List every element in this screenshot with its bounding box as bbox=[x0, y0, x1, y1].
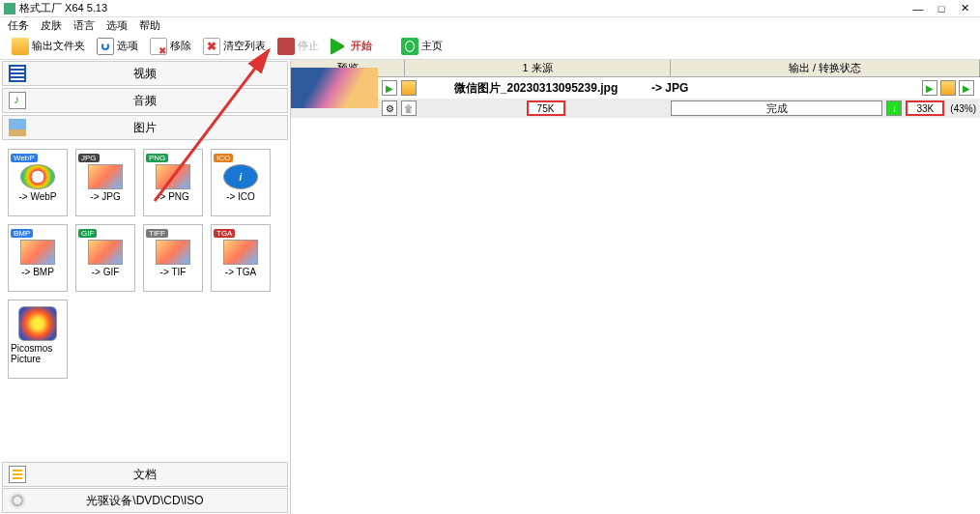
window-title: 格式工厂 X64 5.13 bbox=[19, 1, 907, 15]
col-output[interactable]: 输出 / 转换状态 bbox=[671, 60, 980, 76]
output-play2-button[interactable]: ▶ bbox=[959, 80, 974, 96]
play-icon bbox=[331, 38, 348, 55]
start-button[interactable]: 开始 bbox=[327, 36, 376, 57]
format-tile-jpg[interactable]: JPG-> JPG bbox=[75, 149, 135, 216]
delete-task-button[interactable]: 🗑 bbox=[401, 100, 417, 116]
category-video-label: 视频 bbox=[133, 66, 157, 82]
category-optical[interactable]: 光驱设备\DVD\CD\ISO bbox=[2, 488, 288, 513]
menu-help[interactable]: 帮助 bbox=[139, 18, 160, 33]
format-tile-tif[interactable]: TIFF-> TIF bbox=[143, 224, 203, 292]
format-label: -> TGA bbox=[225, 267, 256, 277]
clear-icon: ✖ bbox=[203, 38, 220, 55]
menu-language[interactable]: 语言 bbox=[73, 18, 95, 33]
format-tile-gif[interactable]: GIF-> GIF bbox=[75, 224, 135, 292]
titlebar: 格式工厂 X64 5.13 — □ ✕ bbox=[0, 0, 980, 17]
options-label: 选项 bbox=[117, 39, 138, 53]
format-badge: TGA bbox=[214, 229, 235, 238]
col-source[interactable]: 1 来源 bbox=[405, 60, 671, 76]
format-thumb bbox=[88, 240, 123, 265]
options-button[interactable]: 选项 bbox=[93, 36, 142, 57]
folder-icon bbox=[12, 38, 29, 55]
output-play-button[interactable]: ▶ bbox=[922, 80, 937, 96]
format-tile-ico[interactable]: ICOi-> ICO bbox=[211, 149, 271, 216]
format-label: -> TIF bbox=[160, 267, 187, 277]
settings-mini-button[interactable]: ⚙ bbox=[382, 100, 397, 116]
options-icon bbox=[97, 38, 114, 55]
format-label: -> GIF bbox=[92, 267, 120, 277]
category-document-label: 文档 bbox=[133, 467, 157, 483]
format-grid: WebP-> WebPJPG-> JPGPNG-> PNGICOi-> ICOB… bbox=[0, 141, 290, 461]
remove-icon bbox=[150, 38, 167, 55]
format-tile-tga[interactable]: TGA-> TGA bbox=[211, 224, 271, 292]
format-label: -> PNG bbox=[157, 191, 189, 202]
app-icon bbox=[4, 3, 15, 14]
image-icon bbox=[9, 119, 26, 136]
toolbar: 输出文件夹 选项 移除 ✖ 清空列表 停止 开始 主页 bbox=[0, 33, 980, 60]
format-label: -> WebP bbox=[19, 191, 57, 202]
compression-pct: (43%) bbox=[950, 103, 976, 114]
open-source-folder-button[interactable] bbox=[401, 80, 417, 96]
task-row[interactable]: ▶ 微信图片_20230313095239.jpg -> JPG ▶ ▶ ⚙ 🗑 bbox=[291, 77, 980, 118]
sidebar: 视频 音频 图片 WebP-> WebPJPG-> JPGPNG-> PNGIC… bbox=[0, 60, 291, 514]
output-folder-button[interactable]: 输出文件夹 bbox=[8, 36, 89, 57]
minimize-button[interactable]: — bbox=[907, 3, 930, 14]
format-badge: ICO bbox=[214, 154, 233, 162]
format-badge: PNG bbox=[146, 154, 168, 162]
format-thumb: i bbox=[223, 164, 258, 189]
category-image-label: 图片 bbox=[133, 120, 157, 136]
format-badge: GIF bbox=[78, 229, 97, 238]
output-size-box: 33K bbox=[906, 100, 944, 116]
homepage-button[interactable]: 主页 bbox=[397, 36, 447, 57]
stop-icon bbox=[277, 38, 295, 55]
format-tile-picosmos[interactable]: Picosmos Picture bbox=[8, 300, 68, 379]
remove-button[interactable]: 移除 bbox=[146, 36, 195, 57]
format-tile-bmp[interactable]: BMP-> BMP bbox=[8, 224, 68, 292]
stop-button[interactable]: 停止 bbox=[274, 36, 323, 57]
category-optical-label: 光驱设备\DVD\CD\ISO bbox=[86, 493, 203, 509]
main-area: 视频 音频 图片 WebP-> WebPJPG-> JPGPNG-> PNGIC… bbox=[0, 60, 980, 514]
category-audio-label: 音频 bbox=[133, 93, 157, 109]
open-output-folder-button[interactable] bbox=[940, 80, 956, 96]
format-thumb bbox=[223, 240, 258, 265]
format-label: -> ICO bbox=[226, 191, 255, 202]
clear-list-button[interactable]: ✖ 清空列表 bbox=[199, 36, 270, 57]
list-header: 预览 1 来源 输出 / 转换状态 bbox=[291, 60, 980, 77]
globe-icon bbox=[401, 38, 418, 55]
format-tile-png[interactable]: PNG-> PNG bbox=[143, 149, 203, 216]
maximize-button[interactable]: □ bbox=[930, 3, 953, 14]
close-button[interactable]: ✕ bbox=[953, 2, 976, 14]
format-thumb bbox=[20, 164, 55, 189]
format-badge: BMP bbox=[11, 229, 33, 238]
task-thumbnail bbox=[291, 68, 378, 108]
disc-icon bbox=[9, 492, 26, 509]
menubar: 任务 皮肤 语言 选项 帮助 bbox=[0, 17, 980, 33]
format-thumb bbox=[156, 164, 190, 189]
format-label: Picosmos Picture bbox=[11, 343, 65, 364]
preview-play-button[interactable]: ▶ bbox=[382, 80, 397, 96]
remove-label: 移除 bbox=[170, 39, 191, 53]
source-size-box: 75K bbox=[527, 100, 565, 116]
download-arrow-icon: ↓ bbox=[886, 100, 902, 116]
start-label: 开始 bbox=[351, 39, 372, 53]
format-badge: WebP bbox=[11, 154, 38, 162]
menu-skin[interactable]: 皮肤 bbox=[41, 18, 62, 33]
category-video[interactable]: 视频 bbox=[2, 61, 288, 86]
menu-task[interactable]: 任务 bbox=[8, 18, 29, 33]
clear-list-label: 清空列表 bbox=[223, 39, 266, 53]
format-tile-webp[interactable]: WebP-> WebP bbox=[8, 149, 68, 216]
document-icon bbox=[9, 466, 26, 483]
audio-icon bbox=[9, 92, 26, 109]
menu-options[interactable]: 选项 bbox=[106, 18, 128, 33]
format-thumb bbox=[20, 240, 55, 265]
format-badge: TIFF bbox=[146, 229, 168, 238]
category-document[interactable]: 文档 bbox=[2, 462, 288, 487]
category-audio[interactable]: 音频 bbox=[2, 88, 288, 113]
category-image[interactable]: 图片 bbox=[2, 115, 288, 140]
task-filename: 微信图片_20230313095239.jpg bbox=[420, 80, 651, 97]
task-list: 预览 1 来源 输出 / 转换状态 ▶ 微信图片_20230313095239.… bbox=[291, 60, 980, 514]
homepage-label: 主页 bbox=[421, 39, 443, 53]
output-folder-label: 输出文件夹 bbox=[32, 39, 85, 53]
task-status: 完成 bbox=[671, 100, 882, 116]
format-label: -> BMP bbox=[21, 267, 54, 277]
stop-label: 停止 bbox=[298, 39, 319, 53]
